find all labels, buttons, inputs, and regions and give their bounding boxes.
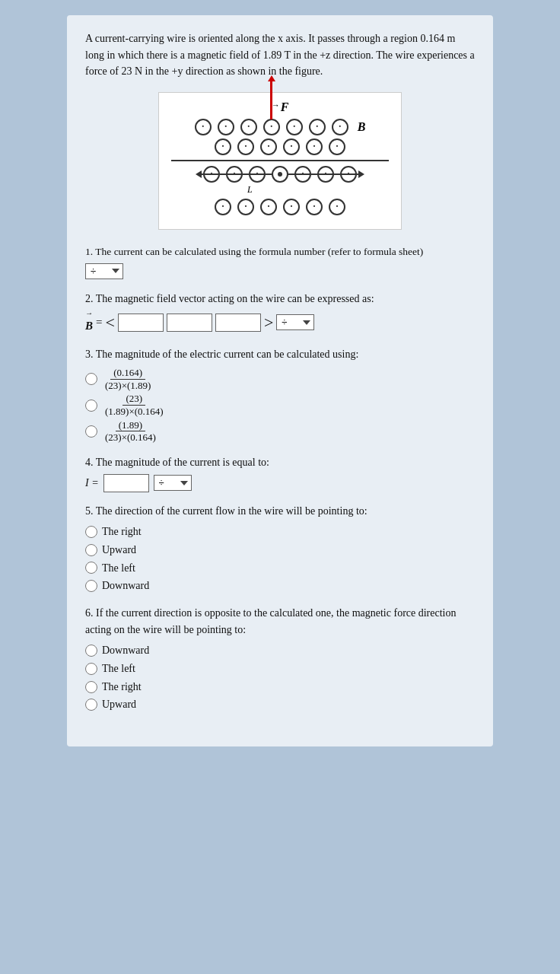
section-6-options: Downward The left The right Upward [85, 642, 475, 713]
radio-5-3[interactable] [85, 562, 97, 574]
divider-with-L [171, 160, 389, 161]
radio-label-5-4: Downward [102, 578, 149, 594]
B-label: B [358, 120, 366, 134]
radio-item-5-1[interactable]: The right [85, 524, 475, 540]
section-4-select[interactable]: ÷ [154, 475, 192, 491]
radio-item-3-2[interactable]: (23) (1.89)×(0.164) [85, 393, 475, 417]
radio-label-6-3: The right [102, 679, 142, 695]
angle-close: > [264, 314, 273, 331]
dot-1-5 [286, 119, 303, 135]
radio-label-6-4: Upward [102, 696, 136, 713]
section-1: 1. The current can be calculated using t… [85, 244, 475, 280]
wire-arrow-dot [263, 119, 280, 135]
section-5-text: 5. The direction of the current flow in … [85, 503, 475, 520]
section-1-select-row: ÷ [85, 263, 475, 280]
section-5-number: 5. [85, 505, 94, 517]
section-2-number: 2. [85, 293, 94, 304]
current-label: I = [85, 475, 99, 492]
radio-item-6-2[interactable]: The left [85, 660, 475, 677]
radio-label-6-1: Downward [102, 642, 149, 659]
red-arrow [268, 75, 275, 119]
fraction-3-3: (1.89) (23)×(0.164) [102, 419, 159, 444]
radio-label-6-2: The left [102, 660, 135, 677]
radio-5-1[interactable] [85, 526, 97, 538]
dot-1-2 [218, 119, 234, 135]
arrow-head [268, 75, 275, 81]
radio-item-6-4[interactable]: Upward [85, 696, 475, 713]
current-row: I = ÷ [85, 474, 475, 492]
radio-3-1[interactable] [85, 373, 97, 385]
dot-4-3 [260, 199, 277, 215]
dot-1-6 [309, 119, 326, 135]
radio-item-3-3[interactable]: (1.89) (23)×(0.164) [85, 419, 475, 444]
radio-6-2[interactable] [85, 663, 97, 675]
radio-6-4[interactable] [85, 699, 97, 711]
radio-label-5-1: The right [102, 524, 142, 540]
fraction-3-1: (0.164) (23)×(1.89) [102, 367, 154, 391]
figure-row-4 [215, 199, 345, 215]
dot-1-4 [263, 119, 280, 135]
current-input[interactable] [103, 474, 149, 492]
by-input[interactable] [167, 314, 212, 332]
radio-6-1[interactable] [85, 645, 97, 657]
radio-label-5-3: The left [102, 560, 135, 577]
divider [171, 160, 389, 161]
dot-4-4 [283, 199, 300, 215]
section-2-select[interactable]: ÷ [276, 314, 314, 330]
equals-sign: = [96, 314, 102, 331]
section-4-text: 4. The magnitude of the current is equal… [85, 454, 475, 471]
radio-item-3-1[interactable]: (0.164) (23)×(1.89) [85, 367, 475, 391]
section-3-options: (0.164) (23)×(1.89) (23) (1.89)×(0.164) … [85, 367, 475, 444]
radio-item-5-2[interactable]: Upward [85, 542, 475, 559]
section-3-number: 3. [85, 349, 94, 360]
dot-2-6 [329, 138, 345, 155]
right-arrow-head [358, 170, 364, 178]
section-1-number: 1. [85, 246, 93, 257]
radio-item-6-3[interactable]: The right [85, 679, 475, 695]
radio-3-3[interactable] [85, 425, 97, 438]
dot-4-1 [215, 199, 231, 215]
section-5-options: The right Upward The left Downward [85, 524, 475, 594]
radio-5-2[interactable] [85, 544, 97, 556]
bx-input[interactable] [118, 314, 164, 332]
bz-input[interactable] [215, 314, 261, 332]
radio-3-2[interactable] [85, 399, 97, 412]
section-6: 6. If the current direction is opposite … [85, 605, 475, 713]
section-1-select[interactable]: ÷ [85, 263, 123, 279]
radio-label-5-2: Upward [102, 542, 136, 559]
wire-center-dot [278, 172, 282, 177]
section-4: 4. The magnitude of the current is equal… [85, 454, 475, 492]
radio-item-6-1[interactable]: Downward [85, 642, 475, 659]
dot-4-2 [237, 199, 254, 215]
L-label: L [247, 184, 253, 196]
fraction-3-2: (23) (1.89)×(0.164) [102, 393, 167, 417]
angle-open: < [105, 314, 114, 331]
dot-2-3 [260, 138, 277, 155]
section-2-text: 2. The magnetic field vector acting on t… [85, 291, 475, 307]
b-field-row: → B = < > ÷ [85, 310, 475, 335]
b-field-label: → B [85, 310, 93, 335]
figure-row-2 [215, 138, 345, 155]
dot-1-3 [240, 119, 257, 135]
section-5: 5. The direction of the current flow in … [85, 503, 475, 594]
intro-text: A current-carrying wire is oriented alon… [85, 30, 475, 80]
radio-6-3[interactable] [85, 681, 97, 693]
dot-2-2 [237, 138, 254, 155]
section-3: 3. The magnitude of the electric current… [85, 346, 475, 444]
radio-item-5-3[interactable]: The left [85, 560, 475, 577]
main-page: A current-carrying wire is oriented alon… [67, 15, 493, 746]
left-arrow-head [196, 170, 202, 178]
dot-4-6 [329, 199, 345, 215]
section-6-text: 6. If the current direction is opposite … [85, 605, 475, 638]
radio-item-5-4[interactable]: Downward [85, 578, 475, 594]
dot-2-1 [215, 138, 231, 155]
radio-5-4[interactable] [85, 580, 97, 592]
force-f-label: F [281, 100, 289, 114]
dot-2-4 [283, 138, 300, 155]
figure-center-row [203, 166, 357, 183]
dot-1-1 [195, 119, 212, 135]
arrow-shaft [270, 81, 272, 119]
dot-4-5 [306, 199, 323, 215]
section-3-text: 3. The magnitude of the electric current… [85, 346, 475, 363]
wire-cross-section [272, 166, 288, 183]
